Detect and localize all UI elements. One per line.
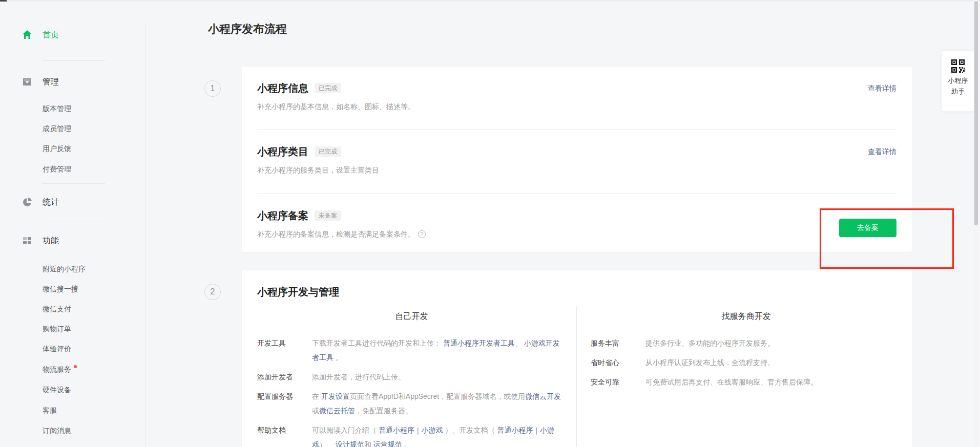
row-text: 可以阅读入门介绍（ — [312, 426, 379, 434]
row-text: 添加开发者，进行代码上传。 — [312, 373, 405, 381]
section-description: 补充小程序的基本信息，如名称、图标、描述等。 — [257, 101, 896, 112]
archive-box-icon — [22, 76, 33, 88]
row-text: 。 — [402, 440, 411, 447]
cloud-hosting-link[interactable]: 微信云托管 — [319, 407, 355, 415]
section-description: 补充小程序的备案信息，检测是否满足备案条件。 — [257, 229, 415, 239]
section-miniprogram-category: 小程序类目 已完成 查看详情 补充小程序的服务类目，设置主营类目 — [242, 130, 912, 194]
row-text: ，免配置服务器。 — [355, 407, 412, 415]
design-guide-link[interactable]: 设计规范 — [336, 440, 364, 447]
step-number-1: 1 — [204, 80, 221, 97]
section-title: 小程序信息 — [257, 81, 308, 95]
row-label: 添加开发者 — [257, 370, 312, 384]
assistant-label-line1: 小程序 — [948, 75, 968, 86]
sidebar-item-label: 功能 — [43, 235, 59, 246]
sidebar-item-label: 订阅消息 — [43, 425, 71, 436]
status-badge: 已完成 — [315, 83, 341, 93]
dev-settings-link[interactable]: 开发设置 — [321, 392, 350, 400]
row-text: 提供多行业、多功能的小程序开发服务。 — [645, 339, 775, 347]
sidebar-item-statistics[interactable]: 统计 — [0, 197, 145, 208]
sidebar-item-hardware-devices[interactable]: 硬件设备 — [0, 385, 145, 395]
sidebar-item-label: 首页 — [43, 29, 59, 40]
row-label: 服务丰富 — [591, 336, 645, 350]
row-text: 从小程序认证到发布上线，全流程支持。 — [645, 358, 775, 367]
sidebar-item-paid-manage[interactable]: 付费管理 — [0, 164, 145, 174]
sidebar-item-label: 购物订单 — [43, 324, 71, 334]
sidebar-item-wechat-search[interactable]: 微信搜一搜 — [0, 284, 145, 294]
scrollbar-thumb[interactable] — [974, 1, 978, 225]
divider — [43, 222, 105, 222]
provider-row-time-saving: 省时省心 从小程序认证到发布上线，全流程支持。 — [591, 355, 902, 370]
sidebar-item-logistics-service[interactable]: 物流服务 — [0, 364, 145, 374]
intro-docs-link[interactable]: 普通小程序｜小游戏 — [379, 426, 443, 434]
status-badge: 已完成 — [315, 146, 341, 157]
sidebar-item-label: 统计 — [43, 197, 59, 208]
section-title: 小程序类目 — [257, 144, 308, 159]
devtools-link[interactable]: 普通小程序开发者工具 — [443, 339, 515, 347]
row-text: 、 — [515, 339, 524, 347]
pie-chart-icon — [22, 197, 33, 208]
sidebar-item-wechat-pay[interactable]: 微信支付 — [0, 304, 145, 314]
miniprogram-assistant-widget[interactable]: 小程序 助手 — [942, 51, 974, 111]
sidebar-item-customer-service[interactable]: 客服 — [0, 405, 145, 415]
step-number-text: 2 — [211, 287, 215, 296]
sidebar-item-manage[interactable]: 管理 — [0, 76, 145, 88]
section-description: 补充小程序的服务类目，设置主营类目 — [257, 165, 896, 175]
sidebar-item-label: 附近的小程序 — [43, 264, 86, 274]
sidebar-item-shopping-orders[interactable]: 购物订单 — [0, 324, 145, 334]
home-icon — [22, 29, 33, 40]
section-title: 小程序备案 — [257, 208, 308, 223]
sidebar-item-label: 物流服务 — [43, 364, 71, 374]
row-text: 或 — [312, 407, 319, 415]
qr-code-icon — [951, 59, 965, 75]
provider-row-rich-service: 服务丰富 提供多行业、多功能的小程序开发服务。 — [591, 336, 902, 350]
sidebar-item-label: 用户反馈 — [43, 143, 71, 154]
publish-steps-card: 小程序信息 已完成 查看详情 补充小程序的基本信息，如名称、图标、描述等。 小程… — [242, 67, 912, 252]
assistant-label-line2: 助手 — [951, 86, 965, 97]
help-icon[interactable]: ? — [418, 230, 426, 238]
self-develop-column: 自己开发 开发工具 下载开发者工具进行代码的开发和上传： 普通小程序开发者工具、… — [242, 307, 576, 447]
sidebar-item-subscribe-message[interactable]: 订阅消息 — [0, 425, 145, 436]
row-text: 和 — [364, 440, 373, 447]
row-label: 安全可靠 — [591, 375, 645, 389]
sidebar-separator — [145, 25, 145, 447]
sidebar-item-label: 客服 — [43, 405, 57, 415]
sidebar: 首页 管理 版本管理 成员管理 用户反馈 付费管理 统计 功能 附近的小程序 微… — [0, 0, 145, 447]
sidebar-item-home[interactable]: 首页 — [0, 29, 145, 40]
divider — [43, 60, 105, 61]
row-text: 可免费试用后再支付、在线客服响应、官方售后保障。 — [645, 378, 818, 386]
sidebar-item-user-feedback[interactable]: 用户反馈 — [0, 143, 145, 154]
status-badge: 未备案 — [315, 210, 341, 221]
sidebar-item-version-manage[interactable]: 版本管理 — [0, 103, 145, 114]
sidebar-item-nearby-miniprogram[interactable]: 附近的小程序 — [0, 264, 145, 274]
page-title: 小程序发布流程 — [208, 22, 287, 37]
grid-icon — [22, 235, 33, 246]
sidebar-item-label: 付费管理 — [43, 164, 71, 174]
row-label: 省时省心 — [591, 355, 645, 370]
sidebar-item-label: 体验评价 — [43, 344, 71, 354]
section-miniprogram-icp-filing: 小程序备案 未备案 补充小程序的备案信息，检测是否满足备案条件。 ? 去备案 — [242, 194, 912, 253]
window-top-edge — [0, 0, 980, 2]
row-label: 开发工具 — [257, 336, 312, 365]
column-header: 自己开发 — [257, 310, 566, 323]
go-filing-button[interactable]: 去备案 — [839, 219, 896, 237]
row-text: 页面查看AppID和AppSecret，配置服务器域名，或使用 — [350, 392, 525, 400]
dev-row-help-docs: 帮助文档 可以阅读入门介绍（ 普通小程序｜小游戏 ）、开发文档（ 普通小程序｜小… — [257, 423, 566, 447]
dev-row-configure-server: 配置服务器 在 开发设置页面查看AppID和AppSecret，配置服务器域名，… — [257, 389, 566, 418]
view-details-link[interactable]: 查看详情 — [868, 83, 896, 93]
sidebar-item-experience-review[interactable]: 体验评价 — [0, 344, 145, 354]
sidebar-item-label: 硬件设备 — [43, 385, 71, 395]
row-label: 配置服务器 — [257, 389, 312, 418]
sidebar-item-label: 成员管理 — [43, 123, 71, 134]
row-text: ）、 — [319, 440, 336, 447]
sidebar-item-label: 管理 — [43, 76, 59, 88]
step-number-text: 1 — [211, 84, 215, 93]
view-details-link[interactable]: 查看详情 — [868, 146, 896, 157]
sidebar-item-member-manage[interactable]: 成员管理 — [0, 123, 145, 134]
card-title: 小程序开发与管理 — [242, 270, 912, 299]
operation-guide-link[interactable]: 运营规范 — [373, 440, 402, 447]
sidebar-item-features[interactable]: 功能 — [0, 235, 145, 246]
step-number-2: 2 — [204, 284, 221, 300]
row-text: ）、开发文档（ — [443, 426, 497, 434]
cloud-dev-link[interactable]: 微信云开发 — [525, 392, 561, 400]
service-provider-column: 找服务商开发 服务丰富 提供多行业、多功能的小程序开发服务。 省时省心 从小程序… — [576, 307, 912, 447]
